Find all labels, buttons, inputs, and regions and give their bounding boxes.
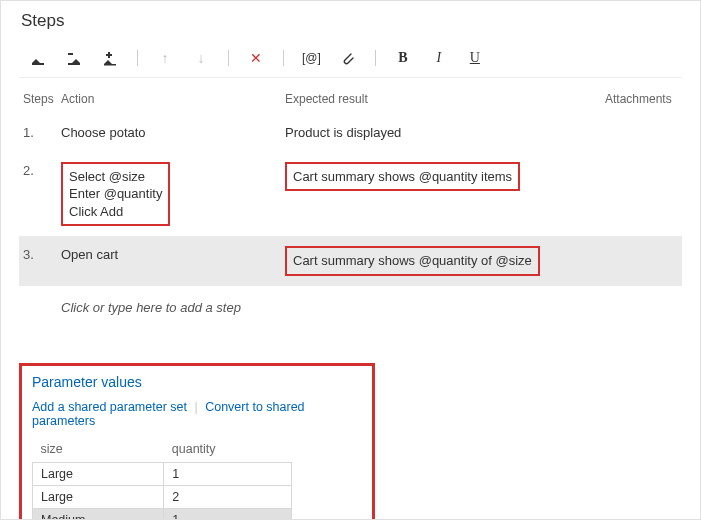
param-cell-quantity[interactable]: 1 xyxy=(164,462,292,485)
col-expected: Expected result xyxy=(281,84,601,114)
param-cell-size[interactable]: Medium xyxy=(33,508,164,520)
add-step-placeholder[interactable]: Click or type here to add a step xyxy=(19,286,682,319)
col-attachments: Attachments xyxy=(601,84,682,114)
expected-highlight[interactable]: Cart summary shows @quantity of @size xyxy=(285,246,540,276)
italic-button[interactable]: I xyxy=(430,49,448,67)
parameter-table: size quantity Large1Large2Medium1 xyxy=(32,438,292,520)
insert-shared-step-icon[interactable] xyxy=(101,49,119,67)
param-col-quantity: quantity xyxy=(164,438,292,463)
section-title: Steps xyxy=(19,11,682,31)
action-highlight[interactable]: Select @sizeEnter @quantityClick Add xyxy=(61,162,170,227)
param-cell-quantity[interactable]: 1 xyxy=(164,508,292,520)
svg-rect-1 xyxy=(68,63,80,65)
bold-button[interactable]: B xyxy=(394,49,412,67)
step-number: 3. xyxy=(19,236,57,286)
toolbar-separator xyxy=(283,50,284,66)
svg-rect-0 xyxy=(32,63,44,65)
param-cell-size[interactable]: Large xyxy=(33,485,164,508)
move-down-icon: ↓ xyxy=(192,49,210,67)
step-expected[interactable]: Cart summary shows @quantity items xyxy=(281,152,601,237)
param-col-size: size xyxy=(33,438,164,463)
step-expected[interactable]: Product is displayed xyxy=(281,114,601,152)
attach-icon[interactable] xyxy=(339,49,357,67)
insert-parameter-icon[interactable]: [@] xyxy=(302,49,321,67)
col-steps: Steps xyxy=(19,84,57,114)
param-row[interactable]: Large2 xyxy=(33,485,292,508)
toolbar-separator xyxy=(375,50,376,66)
step-attachments xyxy=(601,152,682,237)
toolbar-separator xyxy=(228,50,229,66)
svg-rect-5 xyxy=(104,64,116,66)
add-shared-parameter-link[interactable]: Add a shared parameter set xyxy=(32,400,187,414)
expected-highlight[interactable]: Cart summary shows @quantity items xyxy=(285,162,520,192)
svg-rect-2 xyxy=(68,53,73,55)
step-attachments xyxy=(601,114,682,152)
step-action[interactable]: Choose potato xyxy=(57,114,281,152)
param-row[interactable]: Medium1 xyxy=(33,508,292,520)
link-divider: | xyxy=(194,400,197,414)
step-expected[interactable]: Cart summary shows @quantity of @size xyxy=(281,236,601,286)
move-up-icon: ↑ xyxy=(156,49,174,67)
param-cell-size[interactable]: Large xyxy=(33,462,164,485)
param-row[interactable]: Large1 xyxy=(33,462,292,485)
svg-rect-4 xyxy=(106,54,112,56)
step-attachments xyxy=(601,236,682,286)
steps-toolbar: ↑ ↓ ✕ [@] B I U xyxy=(19,43,682,78)
parameter-links: Add a shared parameter set | Convert to … xyxy=(32,400,362,428)
param-cell-quantity[interactable]: 2 xyxy=(164,485,292,508)
step-action[interactable]: Open cart xyxy=(57,236,281,286)
step-action[interactable]: Select @sizeEnter @quantityClick Add xyxy=(57,152,281,237)
steps-grid: Steps Action Expected result Attachments… xyxy=(19,84,682,286)
step-number: 1. xyxy=(19,114,57,152)
insert-step-icon[interactable] xyxy=(29,49,47,67)
col-action: Action xyxy=(57,84,281,114)
toolbar-separator xyxy=(137,50,138,66)
parameter-values-panel: Parameter values Add a shared parameter … xyxy=(19,363,375,520)
delete-step-icon[interactable]: ✕ xyxy=(247,49,265,67)
underline-button[interactable]: U xyxy=(466,49,484,67)
step-number: 2. xyxy=(19,152,57,237)
parameter-table-body: Large1Large2Medium1 xyxy=(33,462,292,520)
insert-step-after-icon[interactable] xyxy=(65,49,83,67)
parameter-values-title: Parameter values xyxy=(32,374,362,390)
